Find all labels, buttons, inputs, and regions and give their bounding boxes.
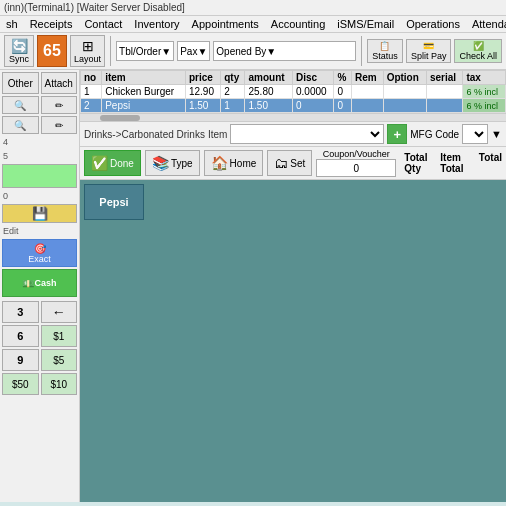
menu-inventory[interactable]: Inventory [128, 16, 185, 32]
tbl-order-dropdown[interactable]: Tbl/Order ▼ [116, 41, 174, 61]
key-d10[interactable]: $10 [41, 373, 78, 395]
split-pay-button[interactable]: 💳 Split Pay [406, 39, 452, 63]
table-row[interactable]: 1 Chicken Burger 12.90 2 25.80 0.0000 0 … [81, 85, 506, 99]
lp-num0-label: 0 [2, 190, 77, 202]
action-row: ✅ Done 📚 Type 🏠 Home 🗂 Set Coupon/Vouche… [80, 147, 506, 180]
opened-by-dropdown[interactable]: Opened By ▼ [213, 41, 356, 61]
cell-option [383, 85, 426, 99]
attach-button[interactable]: Attach [41, 72, 78, 94]
cell-item: Chicken Burger [102, 85, 186, 99]
col-serial: serial [426, 71, 463, 85]
cell-disc: 0.0000 [293, 85, 334, 99]
menu-appointments[interactable]: Appointments [186, 16, 265, 32]
check-icon: ✅ [473, 41, 484, 51]
horizontal-scrollbar[interactable] [80, 113, 506, 121]
left-panel: Other Attach 🔍 ✏ 🔍 ✏ 4 5 0 💾 Edit 🎯 Exac… [0, 70, 80, 502]
menu-attendan[interactable]: Attendan... [466, 16, 506, 32]
cell-disc: 0 [293, 99, 334, 113]
key-d5[interactable]: $5 [41, 349, 78, 371]
main-area: Other Attach 🔍 ✏ 🔍 ✏ 4 5 0 💾 Edit 🎯 Exac… [0, 70, 506, 502]
separator1 [110, 36, 111, 66]
item-dropdown[interactable] [230, 124, 384, 144]
items-grid: Pepsi [80, 180, 506, 502]
sync-button[interactable]: 🔄 Sync [4, 35, 34, 67]
item-pepsi[interactable]: Pepsi [84, 184, 144, 220]
menu-receipts[interactable]: Receipts [24, 16, 79, 32]
type-button[interactable]: 📚 Type [145, 150, 200, 176]
status-button[interactable]: 📋 Status [367, 39, 403, 63]
cell-tax: 6 % incl [463, 99, 506, 113]
lp-color-row [2, 164, 77, 188]
col-price: price [185, 71, 220, 85]
lp-btn3a[interactable]: 🔍 [2, 116, 39, 134]
item-total-label: Item Total [440, 152, 471, 174]
title-bar: (inn)(Terminal1) [Waiter Server Disabled… [0, 0, 506, 16]
key-d50[interactable]: $50 [2, 373, 39, 395]
cell-qty: 1 [221, 99, 245, 113]
set-button[interactable]: 🗂 Set [267, 150, 312, 176]
coupon-input[interactable] [316, 159, 396, 177]
cell-tax: 6 % incl [463, 85, 506, 99]
cell-pct: 0 [334, 85, 352, 99]
cash-button[interactable]: 💵 Cash [2, 269, 77, 297]
cell-item: Pepsi [102, 99, 186, 113]
pax-dropdown[interactable]: Pax ▼ [177, 41, 210, 61]
cash-icon: 💵 [22, 278, 34, 289]
col-amount: amount [245, 71, 293, 85]
check-all-button[interactable]: ✅ Check All [454, 39, 502, 63]
lp-btn3b[interactable]: ✏ [41, 116, 78, 134]
save-icon-btn[interactable]: 💾 [2, 204, 77, 223]
col-rem: Rem [352, 71, 384, 85]
lp-row3: 🔍 ✏ [2, 116, 77, 134]
exact-icon: 🎯 [34, 243, 46, 254]
menu-isms[interactable]: iSMS/Email [331, 16, 400, 32]
exact-button[interactable]: 🎯 Exact [2, 239, 77, 267]
search-icon-btn[interactable]: 🔍 [2, 96, 39, 114]
add-item-button[interactable]: + [387, 124, 407, 144]
main-toolbar: 🔄 Sync 65 ⊞ Layout Tbl/Order ▼ Pax ▼ Ope… [0, 33, 506, 70]
right-panel: no item price qty amount Disc % Rem Opti… [80, 70, 506, 502]
menu-operations[interactable]: Operations [400, 16, 466, 32]
done-button[interactable]: ✅ Done [84, 150, 141, 176]
pax-arrow-icon: ▼ [197, 46, 207, 57]
table-row[interactable]: 2 Pepsi 1.50 1 1.50 0 0 6 % incl [81, 99, 506, 113]
set-icon: 🗂 [274, 155, 288, 171]
mfg-dropdown[interactable] [462, 124, 488, 144]
type-icon: 📚 [152, 155, 169, 171]
col-item: item [102, 71, 186, 85]
menu-accounting[interactable]: Accounting [265, 16, 331, 32]
key-6[interactable]: 6 [2, 325, 39, 347]
menu-bar: sh Receipts Contact Inventory Appointmen… [0, 16, 506, 33]
category-label: Drinks->Carbonated Drinks [84, 129, 205, 140]
lp-num5-label: 5 [2, 150, 77, 162]
cell-amount: 1.50 [245, 99, 293, 113]
lp-green-btn[interactable] [2, 164, 77, 188]
layout-button[interactable]: ⊞ Layout [70, 35, 105, 67]
key-d1[interactable]: $1 [41, 325, 78, 347]
menu-sh[interactable]: sh [0, 16, 24, 32]
bottom-section: Drinks->Carbonated Drinks Item + MFG Cod… [80, 122, 506, 502]
col-tax: tax [463, 71, 506, 85]
cell-price: 12.90 [185, 85, 220, 99]
alert-button[interactable]: 65 [37, 35, 67, 67]
home-button[interactable]: 🏠 Home [204, 150, 264, 176]
key-backspace[interactable]: ← [41, 301, 78, 323]
key-9[interactable]: 9 [2, 349, 39, 371]
total-label: Total [479, 152, 502, 174]
cell-price: 1.50 [185, 99, 220, 113]
total-qty-label: Total Qty [404, 152, 432, 174]
scrollbar-thumb [100, 115, 140, 121]
col-no: no [81, 71, 102, 85]
lp-row1: Other Attach [2, 72, 77, 94]
edit-search-btn[interactable]: ✏ [41, 96, 78, 114]
cell-no: 1 [81, 85, 102, 99]
col-option: Option [383, 71, 426, 85]
key-3[interactable]: 3 [2, 301, 39, 323]
menu-contact[interactable]: Contact [78, 16, 128, 32]
edit-label: Edit [2, 225, 77, 237]
col-disc: Disc [293, 71, 334, 85]
other-button[interactable]: Other [2, 72, 39, 94]
coupon-area: Coupon/Voucher [316, 149, 396, 177]
order-table: no item price qty amount Disc % Rem Opti… [80, 70, 506, 113]
col-qty: qty [221, 71, 245, 85]
